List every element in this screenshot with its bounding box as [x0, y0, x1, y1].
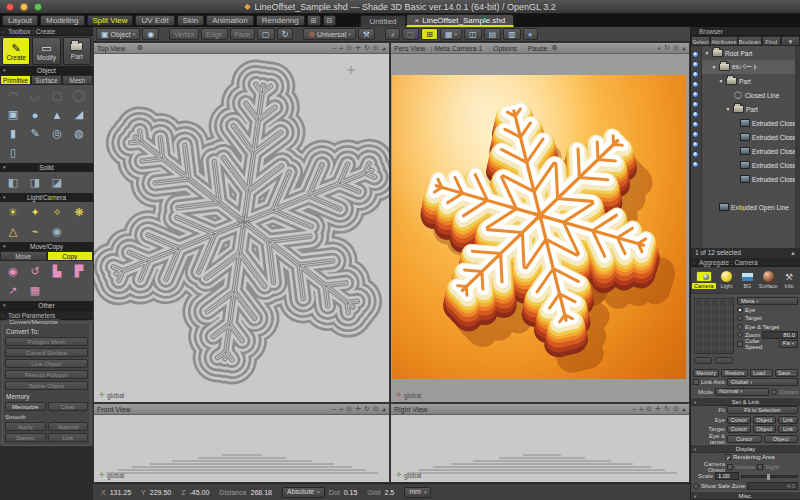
aggregate-tab-surface[interactable]: Surface	[758, 268, 778, 292]
browser-tab-find[interactable]: Find	[762, 36, 781, 46]
pers-view-label[interactable]: Pers View	[394, 45, 425, 52]
preview-sphere-button[interactable]: ●	[523, 28, 538, 40]
orbit-icon[interactable]: ↻	[364, 405, 370, 413]
render-globe-button[interactable]: ◕	[385, 28, 400, 40]
zoom-tool-icon[interactable]: ⊙	[373, 44, 379, 52]
front-view-label[interactable]: Front View	[97, 406, 130, 413]
minimize-window-button[interactable]	[20, 3, 28, 11]
convert-polygon-mesh-button[interactable]: Polygon Mesh	[5, 337, 88, 346]
smooth-link-button[interactable]: Link	[48, 433, 89, 442]
preview-next-button[interactable]	[715, 357, 733, 364]
view-options-icon[interactable]: ◕	[682, 45, 686, 52]
browser-tab-attributes[interactable]: Attributes	[710, 36, 737, 46]
area-light-icon[interactable]: △	[2, 222, 24, 241]
toolbox-tab-create[interactable]: ✎ Create	[2, 37, 30, 65]
gear-icon[interactable]: ⚙	[551, 44, 557, 52]
textured-view-button[interactable]: ▤	[484, 28, 502, 40]
smooth-append-button[interactable]: Append	[48, 422, 89, 431]
link-axis-checkbox[interactable]	[693, 379, 699, 385]
right-view-canvas[interactable]: ✛ global	[391, 415, 689, 482]
quad-view-button[interactable]: ⊞	[421, 28, 438, 40]
browser-tab-boolean[interactable]: Boolean	[738, 36, 762, 46]
workspace-tab-modeling[interactable]: Modeling	[40, 15, 84, 26]
close-document-icon[interactable]: ×	[415, 16, 420, 25]
misc-section-header[interactable]: Misc.	[691, 491, 800, 500]
cone-primitive-icon[interactable]: ▲	[46, 105, 68, 124]
collapse-icon[interactable]: ▲	[790, 248, 796, 258]
magnifier-icon[interactable]: ⊙	[346, 44, 352, 52]
load-button[interactable]: Load...	[750, 369, 773, 377]
visibility-dot[interactable]	[692, 131, 699, 138]
view-options-icon[interactable]: ◕	[382, 406, 386, 413]
workspace-add-icon[interactable]: ⊞	[307, 15, 321, 26]
clear-button[interactable]: Clear	[48, 402, 89, 411]
memorize-button[interactable]: Memorize	[5, 402, 46, 411]
rotate-copy-icon[interactable]: ↺	[24, 262, 46, 281]
pers-viewport-header[interactable]: Pers View | Meta Camera 1 ▾ Options ▾ Pa…	[391, 43, 689, 54]
gear-icon[interactable]: ⚙	[137, 44, 143, 52]
safe-zone-field[interactable]: 4:3	[747, 482, 798, 490]
target-radio[interactable]	[737, 315, 743, 321]
tree-scrollbar[interactable]	[795, 46, 800, 248]
object-section-header[interactable]: Object	[0, 66, 93, 75]
visibility-dot[interactable]	[692, 101, 699, 108]
show-safe-zone-radio[interactable]	[693, 483, 699, 489]
orbit-icon[interactable]: ↻	[664, 44, 670, 52]
pen-primitive-icon[interactable]: ✎	[24, 124, 46, 143]
top-view-label[interactable]: Top View	[97, 45, 125, 52]
filter-funnel-icon[interactable]: ▼	[781, 36, 800, 46]
wedge-primitive-icon[interactable]: ◢	[68, 105, 90, 124]
camera-object-icon[interactable]: ◉	[46, 222, 68, 241]
dot-value[interactable]: 0.15	[344, 489, 358, 496]
save-button[interactable]: Save...	[775, 369, 798, 377]
solid-union-icon[interactable]: ◧	[2, 173, 24, 192]
camera-preview[interactable]	[694, 298, 734, 354]
aggregate-tab-info[interactable]: ⚒ Info	[779, 268, 799, 292]
toolbox-header[interactable]: Toolbox : Create	[0, 27, 93, 36]
x-value[interactable]: 131.25	[110, 489, 131, 496]
toolbox-tab-modify[interactable]: ▭ Modify	[32, 37, 60, 65]
disc-primitive-icon[interactable]: ◎	[46, 124, 68, 143]
pers-view-canvas[interactable]: ✛ global	[391, 54, 689, 402]
tree-item-closed-line[interactable]: ◯ Closed Line	[702, 88, 800, 102]
tree-item-ex-part[interactable]: ▼ exパート	[702, 60, 800, 74]
box-primitive-icon[interactable]: ▣	[2, 105, 24, 124]
target-object-button[interactable]: Object	[753, 425, 777, 433]
document-tab-active[interactable]: ×LineOffset_Sample.shd	[406, 14, 515, 27]
volume-checkbox[interactable]	[727, 464, 733, 470]
coordinate-mode-dropdown[interactable]: Absolute ▾	[282, 487, 325, 498]
visibility-dot[interactable]	[692, 141, 699, 148]
magnifier-icon[interactable]: ⊙	[646, 405, 652, 413]
duplicate-offset-icon[interactable]: ▛	[68, 262, 90, 281]
set-link-section-header[interactable]: Set & Link	[691, 397, 800, 406]
grid-value[interactable]: 2.5	[385, 489, 395, 496]
shaded-view-button[interactable]: ◫	[464, 28, 482, 40]
solid-intersect-icon[interactable]: ◪	[46, 173, 68, 192]
view-options-icon[interactable]: ◕	[682, 406, 686, 413]
zoom-radio[interactable]	[737, 332, 743, 338]
visibility-dot[interactable]	[692, 121, 699, 128]
zoom-out-icon[interactable]: −	[332, 406, 336, 413]
render-region-button[interactable]: ▢	[402, 28, 420, 40]
cylinder-primitive-icon[interactable]: ▮	[2, 124, 24, 143]
rectangle-tool-icon[interactable]: ▢	[46, 86, 68, 105]
copy-tab[interactable]: Copy	[47, 251, 94, 261]
workspace-remove-icon[interactable]: ⊟	[323, 15, 337, 26]
smooth-apply-button[interactable]: Apply	[5, 422, 46, 431]
tree-item-extruded-closed[interactable]: Extruded Closed	[702, 144, 800, 158]
visibility-dot[interactable]	[692, 81, 699, 88]
rectangle-select-button[interactable]: ▢	[257, 28, 275, 40]
scale-slider[interactable]	[741, 475, 798, 478]
zoom-tool-icon[interactable]: ⊙	[673, 405, 679, 413]
object-tab-surface[interactable]: Surface	[31, 75, 62, 85]
orbit-icon[interactable]: ↻	[664, 405, 670, 413]
orbit-icon[interactable]: ↻	[364, 44, 370, 52]
eye-target-radio[interactable]	[737, 324, 743, 330]
eye-radio[interactable]	[737, 307, 743, 313]
rendering-area-checkbox[interactable]: ✓	[725, 454, 731, 460]
tree-item-part-2[interactable]: ▼ Part	[702, 102, 800, 116]
rendered-snowflake-image[interactable]	[392, 75, 686, 379]
solid-subtract-icon[interactable]: ◨	[24, 173, 46, 192]
other-section-header[interactable]: Other	[0, 301, 93, 310]
duplicate-icon[interactable]: ▙	[46, 262, 68, 281]
